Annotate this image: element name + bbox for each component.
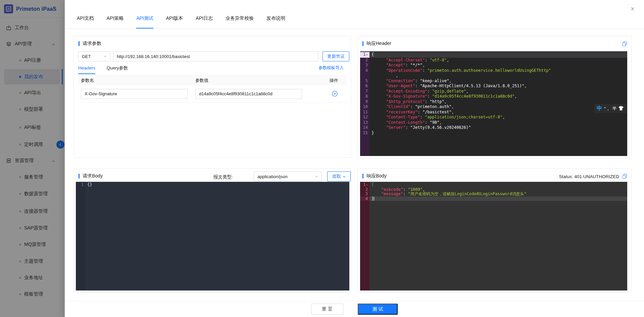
section-title-text: 请求Body	[83, 173, 103, 179]
app-root: P Primeton iPaaS 工作台 API管理 API注册	[0, 0, 644, 317]
chevron-down-icon	[103, 54, 107, 59]
param-table-row	[78, 85, 347, 103]
section-bar	[79, 41, 80, 46]
section-title-text: 响应Header	[366, 41, 391, 47]
section-title-request-body: 请求Body	[79, 173, 103, 179]
test-button[interactable]: 测 试	[358, 304, 398, 315]
code-line: 12 "Content-Type": "application/json;cha…	[360, 115, 627, 120]
response-body-card: 响应Body Status: 401 UNAUTHORIZED 1▾{2 "es…	[357, 168, 632, 293]
code-line: 11 "receiverKey": "/basictest",	[360, 110, 627, 115]
ime-status-popup[interactable]: 中 °， 半	[594, 104, 626, 113]
subtab-headers[interactable]: Headers	[78, 65, 95, 74]
code-line: 3 "message": "用户名密码为空，请赋值LoginCode和Login…	[360, 192, 627, 197]
code-line: 4}	[360, 197, 627, 201]
request-params-card: 请求参数 GET 更新凭证 Headers Query参数 参数模板导入 参数名…	[73, 36, 351, 158]
code-line: 3 "Accept": "*/*",	[360, 63, 627, 68]
tab-api-test[interactable]: API测试	[136, 15, 153, 29]
param-template-import-link[interactable]: 参数模板导入	[318, 65, 344, 71]
tab-release-notes[interactable]: 发布说明	[266, 15, 285, 29]
code-line: 7 "Accept-Encoding": "gzip,deflate",	[360, 89, 627, 94]
chevron-down-icon	[315, 174, 318, 179]
request-body-editor[interactable]: 1{}	[76, 182, 349, 290]
content-type-value: application/json	[257, 174, 288, 179]
copy-icon[interactable]	[622, 174, 627, 180]
response-body-editor[interactable]: 1▾{2 "esbcode": "1009",3 "message": "用户名…	[360, 182, 627, 290]
section-bar	[362, 41, 363, 46]
content-type-select[interactable]: application/json	[254, 171, 322, 181]
param-table-header: 参数名 参数值 操作	[78, 76, 347, 85]
section-bar	[362, 174, 363, 178]
copy-icon[interactable]	[622, 41, 627, 48]
ime-skin-icon	[618, 106, 624, 112]
section-title-response-header: 响应Header	[362, 41, 391, 47]
add-param-icon[interactable]	[332, 91, 338, 97]
code-line: 1▾{	[360, 52, 627, 58]
close-icon[interactable]: ×	[631, 5, 635, 12]
code-line: ,	[360, 73, 627, 78]
param-subtabs: Headers Query参数 参数模板导入	[78, 65, 347, 75]
ime-halfwidth-icon: 半	[612, 106, 616, 112]
code-line: 4 "OperationCode": "primeton.auth.authse…	[360, 68, 627, 73]
drawer-tabs: API文档 API策略 API测试 API版本 API日志 业务异常校验 发布说…	[65, 0, 644, 29]
code-line: 8 "X-Gov-Signature": "d14a9c05f4cc4e8f93…	[360, 94, 627, 99]
ime-chinese-mode-icon: 中	[597, 105, 602, 112]
code-line: 15}	[360, 130, 627, 136]
code-line: 1▾{	[360, 182, 627, 188]
drawer-footer: 重 置 测 试	[65, 301, 644, 317]
ime-punctuation-icon: °，	[604, 106, 610, 112]
response-header-editor[interactable]: 1▾{2 "Accept-Charset": "utf-8",3 "Accept…	[360, 51, 627, 156]
code-line: 5 "Connection": "keep-alive",	[360, 78, 627, 84]
section-title-text: 请求参数	[83, 41, 101, 47]
column-header-name: 参数名	[78, 77, 195, 84]
column-header-value: 参数值	[195, 77, 302, 84]
code-line: 14 "Server": "Jetty(9.4.56.v20240826)"	[360, 125, 627, 130]
tab-api-policy[interactable]: API策略	[107, 15, 124, 29]
code-line: 1{}	[76, 182, 349, 187]
method-select[interactable]: GET	[78, 51, 110, 61]
tab-api-log[interactable]: API日志	[196, 15, 213, 29]
section-title-response-body: 响应Body	[362, 173, 387, 179]
reset-button[interactable]: 重 置	[311, 304, 343, 315]
code-line: 10 "ClientId": "primeton.auth",	[360, 104, 627, 110]
code-line: 9 "$http_protocol": "http",	[360, 99, 627, 105]
request-body-card: 请求Body 报文类型: application/json 提取 1{}	[73, 168, 351, 293]
section-title-text: 响应Body	[366, 173, 387, 179]
code-line: 13 "Content-Length": "98",	[360, 120, 627, 125]
code-line: 6 "User-Agent": "Apache-HttpClient/4.5.1…	[360, 84, 627, 89]
api-test-drawer: API文档 API策略 API测试 API版本 API日志 业务异常校验 发布说…	[65, 0, 644, 317]
response-status: Status: 401 UNAUTHORIZED	[559, 174, 619, 179]
column-header-action: 操作	[330, 77, 347, 84]
subtab-query-params[interactable]: Query参数	[107, 65, 128, 74]
tab-api-version[interactable]: API版本	[166, 15, 183, 29]
section-bar	[79, 174, 80, 178]
param-value-input[interactable]	[195, 89, 302, 99]
tab-business-exception-check[interactable]: 业务异常校验	[226, 15, 254, 29]
tab-api-doc[interactable]: API文档	[77, 15, 94, 29]
code-line: 2 "Accept-Charset": "utf-8",	[360, 58, 627, 63]
extract-button[interactable]: 提取	[327, 171, 351, 181]
code-line: 2 "esbcode": "1009",	[360, 188, 627, 192]
response-header-card: 响应Header 1▾{2 "Accept-Charset": "utf-8",…	[357, 36, 632, 158]
section-title-request-params: 请求参数	[79, 41, 101, 47]
request-url-input[interactable]	[113, 51, 318, 61]
content-type-label: 报文类型:	[213, 174, 233, 180]
update-credential-button[interactable]: 更新凭证	[323, 51, 349, 61]
method-select-value: GET	[82, 54, 91, 59]
param-name-input[interactable]	[81, 89, 188, 99]
extract-button-label: 提取	[332, 173, 341, 179]
